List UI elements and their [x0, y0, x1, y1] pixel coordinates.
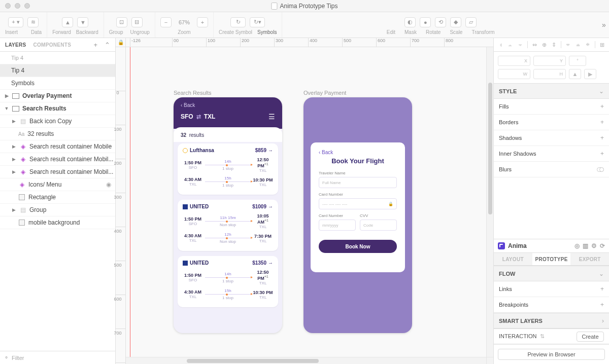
artboard-search-results[interactable]: ‹ Back SFO⇄TXL ☰ 32 results Lufthansa$85… — [174, 97, 282, 333]
add-page-icon[interactable]: + — [93, 41, 97, 49]
anima-tab-layout[interactable]: LAYOUT — [494, 253, 532, 265]
x-input[interactable]: X — [498, 56, 530, 66]
artboard-overlay-payment[interactable]: ‹ Back Book Your Flight Traveler Name Fu… — [303, 97, 412, 333]
toolbar-overflow-icon[interactable]: » — [599, 12, 609, 38]
page-row[interactable]: Tip 4 — [0, 52, 115, 64]
artboard-label[interactable]: Search Results — [174, 90, 212, 96]
insert-button[interactable]: + ▾ — [8, 17, 23, 27]
menu-icon[interactable]: ☰ — [268, 113, 275, 121]
rotate-button[interactable]: ⟲ — [435, 17, 446, 27]
tidy-icon[interactable]: ⊞ — [598, 41, 606, 49]
mask-button[interactable]: ● — [420, 17, 431, 27]
vertical-ruler: 🔒 0 100 200 300 400 500 600 700 800 — [116, 38, 126, 364]
maximize-window[interactable] — [24, 3, 30, 9]
scale-button[interactable]: ◆ — [450, 17, 461, 27]
guide-line[interactable] — [130, 47, 130, 357]
blurs-row[interactable]: Blurs — [494, 162, 609, 177]
flip-v-icon[interactable]: ▶ — [584, 69, 596, 79]
panel-icon[interactable]: ▥ — [583, 242, 588, 249]
interaction-row[interactable]: INTERACTION ⇅ Create — [494, 329, 609, 344]
zoom-out[interactable]: − — [160, 17, 172, 27]
expiry-input[interactable]: mm/yyyy — [319, 220, 356, 231]
links-row[interactable]: Links+ — [494, 281, 609, 297]
borders-row[interactable]: Borders+ — [494, 115, 609, 130]
scrollbar-horizontal[interactable] — [126, 357, 486, 364]
anima-tab-export[interactable]: EXPORT — [570, 253, 609, 265]
flip-h-icon[interactable]: ▲ — [569, 69, 581, 79]
layer-row[interactable]: Aa32 results — [0, 128, 115, 140]
forward-button[interactable]: ▲ — [62, 17, 73, 27]
layer-row[interactable]: ▶◈Search result container Mobile — [0, 140, 115, 153]
preview-button[interactable]: Preview in Browser — [498, 349, 605, 360]
create-button[interactable]: Create — [577, 332, 604, 342]
layer-row[interactable]: mobile background — [0, 216, 115, 229]
edit-button[interactable]: ◐ — [404, 17, 416, 27]
layer-row[interactable]: ◈Icons/ Menu◉ — [0, 178, 115, 191]
align-right-icon[interactable]: ⫟ — [516, 41, 524, 49]
layer-row[interactable]: ▶▤Back icon Copy — [0, 115, 115, 128]
align-top-icon[interactable]: ⫧ — [564, 41, 572, 49]
book-now-button[interactable]: Book Now — [319, 240, 397, 253]
lock-icon: 🔒 — [388, 202, 393, 206]
shadows-row[interactable]: Shadows+ — [494, 130, 609, 146]
distribute-h-icon[interactable]: ⇔ — [531, 41, 538, 49]
layer-row[interactable]: Rectangle — [0, 191, 115, 204]
back-link[interactable]: ‹ Back — [181, 102, 275, 108]
create-symbol-button[interactable]: ↻ — [230, 17, 246, 27]
anima-tab-prototype[interactable]: PROTOTYPE — [532, 253, 571, 265]
style-section[interactable]: STYLE⌄ — [494, 83, 609, 99]
blurs-toggle[interactable] — [597, 167, 604, 172]
artboard-row[interactable]: ▶Overlay Payment — [0, 90, 115, 102]
align-bottom-icon[interactable]: ⫩ — [584, 41, 592, 49]
swap-icon[interactable]: ⇄ — [196, 114, 201, 120]
record-icon[interactable]: ◎ — [574, 242, 580, 249]
flight-card[interactable]: UNITED$1009→ 1:50 PMSFO 11h 15mNon stop … — [178, 200, 278, 251]
ungroup-button[interactable]: ⊟ — [131, 17, 143, 27]
scrollbar-vertical[interactable] — [486, 47, 493, 357]
transform-button[interactable]: ▱ — [465, 17, 477, 27]
breakpoints-row[interactable]: Breakpoints+ — [494, 297, 609, 313]
tab-components[interactable]: COMPONENTS — [33, 42, 71, 48]
artboard-label[interactable]: Overlay Payment — [303, 90, 346, 96]
artboard-row-expanded[interactable]: ▼Search Results — [0, 102, 115, 115]
canvas[interactable]: Search Results Overlay Payment ‹ Back SF… — [126, 47, 493, 364]
collapse-pages-icon[interactable]: ⌃ — [105, 41, 110, 49]
y-input[interactable]: Y — [533, 56, 566, 66]
rotation-input[interactable]: ° — [569, 56, 586, 66]
align-hcenter-icon[interactable]: ⫠ — [506, 41, 514, 49]
flow-section[interactable]: FLOW⌄ — [494, 266, 609, 281]
refresh-icon[interactable]: ⟳ — [600, 242, 605, 249]
align-left-icon[interactable]: ⫞ — [497, 41, 504, 49]
align-vcenter-icon[interactable]: ⫨ — [574, 41, 582, 49]
layer-row[interactable]: ▶◈Search result container Mobil... — [0, 153, 115, 166]
close-window[interactable] — [5, 3, 11, 9]
card-input[interactable]: ---- ---- ---- ----🔒 — [319, 198, 397, 209]
cvv-input[interactable]: Code — [360, 220, 397, 231]
layer-row[interactable]: ▶◈Search result container Mobil... — [0, 166, 115, 178]
data-button[interactable]: ≋ — [27, 17, 39, 27]
tab-layers[interactable]: LAYERS — [5, 42, 26, 48]
modal-back[interactable]: ‹ Back — [319, 150, 397, 155]
visibility-icon[interactable]: ◉ — [106, 181, 111, 188]
settings-icon[interactable]: ⚙ — [591, 242, 597, 249]
inner-shadows-row[interactable]: Inner Shadows+ — [494, 146, 609, 162]
lock-icon[interactable]: 🔒 — [116, 38, 125, 47]
smart-layers-section[interactable]: SMART LAYERS› — [494, 313, 609, 329]
flight-card[interactable]: UNITED$1350→ 1:50 PMSFO 14h1 stop 12:50 … — [178, 256, 278, 307]
traveler-input[interactable]: Full Name — [319, 177, 397, 188]
fills-row[interactable]: Fills+ — [494, 99, 609, 115]
w-input[interactable]: W — [498, 69, 530, 79]
filter-input[interactable]: Filter — [12, 355, 24, 361]
align-center-icon[interactable]: ⊕ — [540, 41, 548, 49]
page-row[interactable]: Symbols — [0, 77, 115, 90]
distribute-v-icon[interactable]: ⇕ — [550, 41, 558, 49]
layer-row[interactable]: ▶▤Group — [0, 204, 115, 216]
zoom-in[interactable]: + — [197, 17, 208, 27]
h-input[interactable]: H — [533, 69, 566, 79]
page-row-selected[interactable]: Tip 4 — [0, 64, 115, 77]
minimize-window[interactable] — [15, 3, 20, 9]
backward-button[interactable]: ▼ — [77, 17, 88, 27]
flight-card[interactable]: Lufthansa$859→ 1:50 PMSFO 14h1 stop 12:5… — [178, 143, 278, 195]
group-button[interactable]: ⊡ — [116, 17, 127, 27]
symbols-button[interactable]: ↻▾ — [250, 17, 265, 27]
